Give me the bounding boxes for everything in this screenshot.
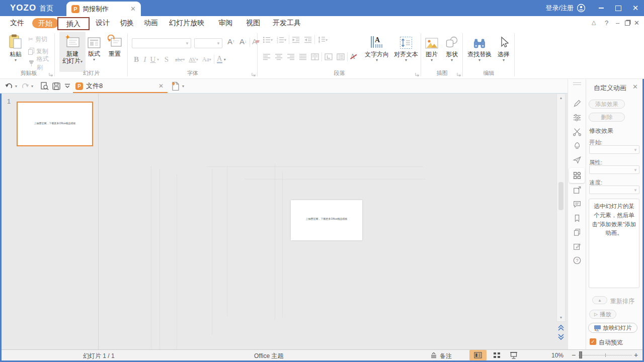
scrollbar-thumb[interactable] bbox=[558, 182, 564, 210]
decrease-indent-icon[interactable] bbox=[292, 36, 300, 43]
compose-icon[interactable] bbox=[573, 242, 582, 251]
drag-handle-icon[interactable] bbox=[573, 82, 581, 83]
user-icon[interactable] bbox=[577, 4, 586, 13]
format-painter-button[interactable]: 格式刷 bbox=[28, 57, 54, 69]
maximize-button[interactable] bbox=[610, 0, 627, 16]
text-direction-button[interactable]: A 文字方向 ▾ bbox=[363, 32, 391, 62]
add-effect-button[interactable]: 添加效果 bbox=[589, 100, 625, 109]
reorder-up-button[interactable]: ▲ bbox=[592, 296, 607, 304]
speed-combo[interactable]: ▼ bbox=[589, 186, 639, 194]
start-combo[interactable]: ▼ bbox=[589, 145, 639, 154]
zoom-in-icon[interactable]: + bbox=[634, 351, 638, 359]
bookmark-icon[interactable] bbox=[573, 214, 582, 223]
increase-indent-icon[interactable] bbox=[304, 36, 312, 43]
menu-devtools[interactable]: 开发工具 bbox=[273, 19, 301, 28]
line-spacing-icon[interactable] bbox=[317, 36, 326, 43]
menu-design[interactable]: 设计 bbox=[96, 19, 110, 28]
dropdown-arrow-icon[interactable]: ▾ bbox=[326, 38, 328, 42]
font-size-combo[interactable]: ▼ bbox=[194, 38, 222, 48]
save-button[interactable] bbox=[52, 79, 60, 93]
document-tab[interactable]: P 简报制作 ✕ bbox=[66, 2, 141, 16]
new-document-button[interactable] bbox=[171, 79, 180, 93]
paper-plane-icon[interactable] bbox=[573, 155, 582, 164]
restore-doc-icon[interactable] bbox=[625, 21, 630, 26]
menu-view[interactable]: 视图 bbox=[246, 19, 260, 28]
notes-toggle[interactable]: 备注 bbox=[440, 352, 452, 360]
align-center-icon[interactable] bbox=[275, 53, 283, 60]
dialog-launcher-icon[interactable] bbox=[49, 72, 53, 76]
help-icon[interactable]: ? bbox=[605, 19, 608, 27]
close-window-button[interactable]: ✕ bbox=[627, 0, 644, 16]
menu-home-active[interactable]: 开始 bbox=[32, 18, 58, 28]
export-image-icon[interactable] bbox=[573, 186, 582, 195]
slide-canvas[interactable]: 上柚墨官网，下载更多Office精品模板 bbox=[291, 200, 362, 240]
notes-icon[interactable] bbox=[430, 352, 437, 360]
dialog-launcher-icon[interactable] bbox=[252, 72, 256, 76]
vertical-scrollbar[interactable]: ▲ ▼ bbox=[556, 94, 566, 322]
print-preview-button[interactable] bbox=[40, 79, 49, 93]
cut-button[interactable]: ✂剪切 bbox=[28, 33, 54, 45]
dropdown-arrow-icon[interactable]: ▾ bbox=[224, 58, 226, 62]
menu-insert-highlighted[interactable]: 插入 bbox=[57, 17, 90, 30]
slideshow-button[interactable]: 放映幻灯片 bbox=[588, 323, 637, 333]
redo-button[interactable] bbox=[21, 79, 29, 93]
new-slide-button[interactable]: 新建 幻灯片▾ bbox=[59, 32, 86, 72]
scroll-up-icon[interactable]: ▲ bbox=[557, 96, 565, 100]
minimize-doc-icon[interactable]: – bbox=[616, 19, 619, 27]
menu-slideshow[interactable]: 幻灯片放映 bbox=[169, 19, 204, 28]
font-name-combo[interactable]: ▼ bbox=[132, 38, 191, 48]
toolbar-options-icon[interactable] bbox=[64, 79, 70, 93]
dropdown-arrow-icon[interactable]: ▾ bbox=[15, 79, 17, 93]
copy-pages-icon[interactable] bbox=[573, 228, 582, 237]
previous-slide-button[interactable] bbox=[557, 324, 565, 331]
close-doc-icon[interactable]: ✕ bbox=[634, 19, 639, 27]
grow-font-button[interactable]: A↑ bbox=[225, 37, 236, 46]
bullets-icon[interactable] bbox=[263, 36, 271, 43]
reset-button[interactable]: 重置 bbox=[105, 32, 125, 57]
close-file-icon[interactable]: ✕ bbox=[158, 79, 164, 93]
dropdown-arrow-icon[interactable]: ▾ bbox=[209, 58, 211, 62]
home-button[interactable]: 首页 bbox=[39, 4, 53, 13]
close-icon[interactable]: ✕ bbox=[130, 5, 136, 13]
next-slide-button[interactable] bbox=[557, 333, 565, 340]
dropdown-arrow-icon[interactable]: ▾ bbox=[31, 79, 33, 93]
login-link[interactable]: 登录/注册 bbox=[545, 4, 574, 13]
editing-canvas[interactable]: 上柚墨官网，下载更多Office精品模板 bbox=[99, 94, 568, 349]
align-text-button[interactable]: 对齐文本 ▾ bbox=[392, 32, 420, 62]
normal-view-button-active[interactable] bbox=[469, 350, 487, 360]
underline-button[interactable]: U bbox=[149, 55, 157, 64]
font-color-button[interactable]: A bbox=[217, 55, 222, 63]
zoom-out-icon[interactable]: − bbox=[572, 351, 576, 359]
shadow-button[interactable]: S bbox=[162, 55, 171, 64]
zoom-slider-thumb[interactable] bbox=[579, 351, 582, 358]
auto-preview-checkbox-checked[interactable]: ✓ bbox=[590, 338, 596, 345]
justify-icon[interactable] bbox=[299, 53, 307, 60]
menu-animation[interactable]: 动画 bbox=[144, 19, 158, 28]
adjust-sliders-icon[interactable] bbox=[573, 113, 582, 122]
dropdown-arrow-icon[interactable]: ▾ bbox=[182, 79, 184, 93]
collapse-ribbon-icon[interactable]: △ bbox=[592, 19, 596, 26]
align-right-icon[interactable] bbox=[287, 53, 295, 60]
text-effects-icon[interactable]: A bbox=[350, 53, 355, 61]
picture-button[interactable]: 图片 ▾ bbox=[423, 32, 441, 62]
strikethrough-button[interactable]: abc bbox=[175, 56, 183, 62]
file-tab[interactable]: P 文件8 bbox=[75, 79, 103, 93]
line-numbering-icon[interactable] bbox=[337, 53, 345, 60]
align-left-icon[interactable] bbox=[263, 53, 271, 60]
dropdown-arrow-icon[interactable]: ▾ bbox=[196, 58, 198, 62]
find-replace-button[interactable]: 查找替换 ▾ bbox=[465, 32, 494, 62]
char-spacing-button[interactable]: AV bbox=[189, 56, 196, 62]
slideshow-view-button[interactable] bbox=[506, 350, 521, 360]
dropdown-arrow-icon[interactable]: ▾ bbox=[284, 38, 286, 42]
bold-button[interactable]: B bbox=[132, 55, 141, 64]
layout-button[interactable]: 版式 ▾ bbox=[85, 32, 104, 62]
shapes-button[interactable]: 形状 ▾ bbox=[443, 32, 461, 62]
play-button[interactable]: ▷播放 bbox=[589, 310, 616, 319]
menu-file[interactable]: 文件 bbox=[10, 19, 24, 28]
change-case-button[interactable]: Aa bbox=[202, 56, 209, 63]
dropdown-arrow-icon[interactable]: ▾ bbox=[183, 58, 185, 62]
columns-icon[interactable] bbox=[311, 53, 319, 60]
pen-tool-icon[interactable] bbox=[573, 99, 582, 108]
dialog-launcher-icon[interactable] bbox=[415, 72, 419, 76]
menu-review[interactable]: 审阅 bbox=[218, 19, 232, 28]
